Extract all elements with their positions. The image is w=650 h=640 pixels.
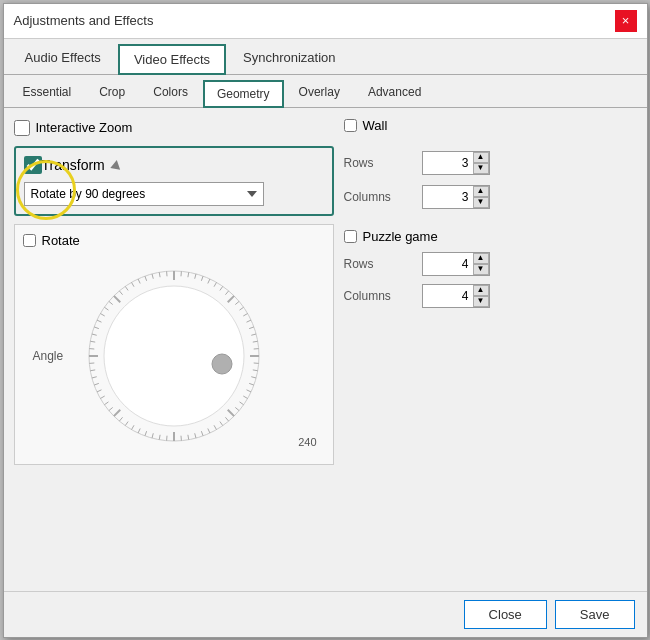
svg-line-53 xyxy=(90,369,95,370)
title-close-button[interactable]: × xyxy=(615,10,637,32)
dial-container: Angle 240 xyxy=(23,256,325,456)
puzzle-rows-spinner-buttons: ▲ ▼ xyxy=(473,253,489,275)
svg-line-17 xyxy=(252,341,257,342)
puzzle-columns-spinner: ▲ ▼ xyxy=(422,284,490,308)
interactive-zoom-row: Interactive Zoom xyxy=(14,118,334,138)
svg-line-6 xyxy=(207,278,209,283)
columns-row: Columns ▲ ▼ xyxy=(344,185,637,209)
title-bar: Adjustments and Effects × xyxy=(4,4,647,39)
svg-line-61 xyxy=(100,313,104,316)
main-tab-sync[interactable]: Synchronization xyxy=(228,43,351,74)
puzzle-rows-spinner: ▲ ▼ xyxy=(422,252,490,276)
svg-line-63 xyxy=(108,301,112,304)
columns-up-button[interactable]: ▲ xyxy=(473,186,489,197)
transform-checkbox[interactable] xyxy=(24,156,42,174)
rotate-checkbox[interactable] xyxy=(23,234,36,247)
svg-line-11 xyxy=(235,301,239,304)
rows-label: Rows xyxy=(344,156,414,170)
bottom-bar: Close Save xyxy=(4,591,647,637)
dial-svg[interactable] xyxy=(74,256,274,456)
puzzle-columns-input[interactable] xyxy=(423,286,473,306)
rows-spinner: ▲ ▼ xyxy=(422,151,490,175)
svg-line-66 xyxy=(125,286,128,290)
svg-line-47 xyxy=(108,407,112,410)
puzzle-rows-down-button[interactable]: ▼ xyxy=(473,264,489,275)
columns-spinner-buttons: ▲ ▼ xyxy=(473,186,489,208)
svg-line-7 xyxy=(214,282,217,286)
svg-line-62 xyxy=(104,307,108,310)
svg-line-10 xyxy=(227,295,233,301)
svg-line-52 xyxy=(91,376,96,377)
transform-header: Transform xyxy=(24,156,324,174)
columns-down-button[interactable]: ▼ xyxy=(473,197,489,208)
svg-line-41 xyxy=(144,431,146,436)
svg-line-40 xyxy=(152,433,153,438)
svg-line-24 xyxy=(246,389,251,391)
right-panel: Wall Rows ▲ ▼ Columns xyxy=(344,118,637,581)
close-button[interactable]: Close xyxy=(464,600,547,629)
svg-line-25 xyxy=(243,396,247,399)
svg-line-29 xyxy=(225,417,228,421)
rotate-header: Rotate xyxy=(23,233,325,248)
sub-tab-essential[interactable]: Essential xyxy=(10,79,85,107)
interactive-zoom-label: Interactive Zoom xyxy=(36,120,133,135)
svg-line-50 xyxy=(96,389,101,391)
rows-down-button[interactable]: ▼ xyxy=(473,163,489,174)
svg-line-45 xyxy=(119,417,122,421)
rows-up-button[interactable]: ▲ xyxy=(473,152,489,163)
svg-line-42 xyxy=(138,428,140,433)
svg-line-8 xyxy=(219,286,222,290)
sub-tab-colors[interactable]: Colors xyxy=(140,79,201,107)
svg-line-70 xyxy=(152,273,153,278)
puzzle-rows-input[interactable] xyxy=(423,254,473,274)
rows-input[interactable] xyxy=(423,153,473,173)
rotate-label: Rotate xyxy=(42,233,80,248)
puzzle-columns-up-button[interactable]: ▲ xyxy=(473,285,489,296)
sub-tab-crop[interactable]: Crop xyxy=(86,79,138,107)
svg-line-35 xyxy=(187,434,188,439)
transform-dropdown[interactable]: Rotate by 90 degrees Rotate by 180 degre… xyxy=(24,182,264,206)
wall-checkbox[interactable] xyxy=(344,119,357,132)
puzzle-checkbox[interactable] xyxy=(344,230,357,243)
svg-line-13 xyxy=(243,313,247,316)
svg-line-5 xyxy=(201,276,203,281)
svg-line-27 xyxy=(235,407,239,410)
svg-line-58 xyxy=(91,334,96,335)
svg-line-46 xyxy=(113,409,119,415)
svg-line-60 xyxy=(96,320,101,322)
main-tabs-bar: Audio EffectsVideo EffectsSynchronizatio… xyxy=(4,39,647,75)
svg-line-51 xyxy=(94,383,99,385)
svg-line-39 xyxy=(159,434,160,439)
puzzle-header: Puzzle game xyxy=(344,229,637,244)
puzzle-rows-label: Rows xyxy=(344,257,414,271)
sub-tab-advanced[interactable]: Advanced xyxy=(355,79,434,107)
svg-line-3 xyxy=(187,272,188,277)
save-button[interactable]: Save xyxy=(555,600,635,629)
rows-row: Rows ▲ ▼ xyxy=(344,151,637,175)
svg-line-14 xyxy=(246,320,251,322)
angle-value: 240 xyxy=(298,436,316,448)
main-tab-audio[interactable]: Audio Effects xyxy=(10,43,116,74)
puzzle-section: Puzzle game Rows ▲ ▼ Columns xyxy=(344,229,637,308)
content-area: Interactive Zoom Transform Rotate by 90 … xyxy=(4,108,647,591)
svg-line-33 xyxy=(201,431,203,436)
svg-line-12 xyxy=(239,307,243,310)
sub-tab-geometry[interactable]: Geometry xyxy=(203,80,284,108)
wall-row: Wall xyxy=(344,118,637,133)
puzzle-rows-up-button[interactable]: ▲ xyxy=(473,253,489,264)
columns-label: Columns xyxy=(344,190,414,204)
svg-line-48 xyxy=(104,401,108,404)
interactive-zoom-checkbox[interactable] xyxy=(14,120,30,136)
main-tab-video[interactable]: Video Effects xyxy=(118,44,226,75)
dial-handle[interactable] xyxy=(212,354,232,374)
puzzle-columns-label: Columns xyxy=(344,289,414,303)
svg-line-71 xyxy=(159,272,160,277)
svg-line-15 xyxy=(249,326,254,328)
svg-line-43 xyxy=(131,425,134,429)
puzzle-rows-row: Rows ▲ ▼ xyxy=(344,252,637,276)
sub-tab-overlay[interactable]: Overlay xyxy=(286,79,353,107)
cursor-icon xyxy=(110,159,121,170)
svg-line-64 xyxy=(113,295,119,301)
columns-input[interactable] xyxy=(423,187,473,207)
puzzle-columns-down-button[interactable]: ▼ xyxy=(473,296,489,307)
